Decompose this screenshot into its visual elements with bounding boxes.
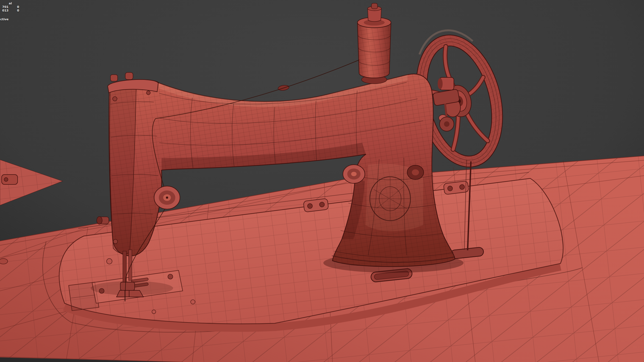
tension-dial[interactable] [154,186,180,209]
presser-knob[interactable] [343,165,365,183]
stop-motion-knob[interactable] [407,165,424,179]
faceplate-thumb-screw[interactable] [97,217,109,224]
3d-viewport[interactable]: al 701 0 013 0 ctive [0,0,644,362]
thread-guide-post [125,72,133,80]
pillar-inspection-plate [370,177,410,221]
3d-viewport-canvas[interactable] [0,0,644,362]
spool-wireframe [357,20,391,78]
presser-bar [129,250,132,280]
spool-pin-top [371,3,377,9]
needle-clamp [120,282,135,290]
table-edge-fitting [0,259,8,264]
hinge-pin [4,178,8,181]
presser-foot [116,290,143,297]
thread-guide-post [110,75,118,81]
